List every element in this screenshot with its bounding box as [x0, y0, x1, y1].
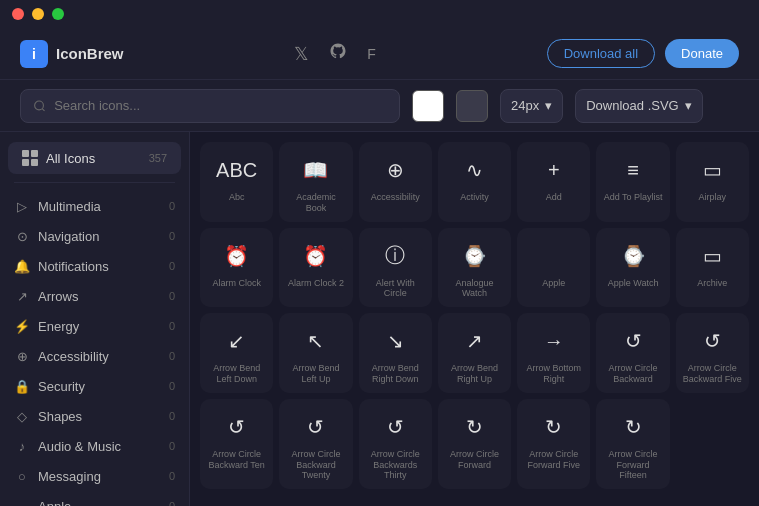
- icon-symbol: ⓘ: [379, 240, 411, 272]
- icons-container: ABC Abc 📖 Academic Book ⊕ Accessibility …: [200, 142, 749, 489]
- chevron-down-icon: ▾: [545, 98, 552, 113]
- icon-label: Arrow Circle Backward Ten: [206, 449, 267, 471]
- icon-symbol: ↺: [300, 411, 332, 443]
- search-icon: [33, 99, 46, 113]
- icon-card-apple[interactable]: Apple: [517, 228, 590, 308]
- icon-card-add[interactable]: + Add: [517, 142, 590, 222]
- format-select[interactable]: Download .SVG ▾: [575, 89, 703, 123]
- icon-label: Arrow Bend Right Up: [444, 363, 505, 385]
- icon-card-arrow-bend-right-down[interactable]: ↘ Arrow Bend Right Down: [359, 313, 432, 393]
- icon-symbol: ↻: [617, 411, 649, 443]
- search-box[interactable]: [20, 89, 400, 123]
- sidebar: All Icons 357 ▷ Multimedia 0 ⊙ Navigatio…: [0, 132, 190, 506]
- sidebar-item-label: Multimedia: [38, 199, 169, 214]
- logo-icon: i: [20, 40, 48, 68]
- icon-label: Arrow Circle Backward: [602, 363, 663, 385]
- color-swatch-white[interactable]: [412, 90, 444, 122]
- icon-label: Alarm Clock: [212, 278, 261, 289]
- icon-card-arrow-circle-backward[interactable]: ↺ Arrow Circle Backward: [596, 313, 669, 393]
- sidebar-item-accessibility[interactable]: ⊕ Accessibility 0: [0, 341, 189, 371]
- icon-label: Arrow Circle Backward Twenty: [285, 449, 346, 481]
- minimize-button[interactable]: [32, 8, 44, 20]
- size-select[interactable]: 24px ▾: [500, 89, 563, 123]
- icon-card-arrow-bottom-right[interactable]: → Arrow Bottom Right: [517, 313, 590, 393]
- sidebar-item-notifications[interactable]: 🔔 Notifications 0: [0, 251, 189, 281]
- icon-card-arrow-circle-backward-five[interactable]: ↺ Arrow Circle Backward Five: [676, 313, 749, 393]
- icon-card-apple-watch[interactable]: ⌚ Apple Watch: [596, 228, 669, 308]
- sidebar-category-icon: ♪: [14, 438, 30, 454]
- icon-card-archive[interactable]: ▭ Archive: [676, 228, 749, 308]
- close-button[interactable]: [12, 8, 24, 20]
- github-icon[interactable]: [329, 42, 347, 65]
- icon-card-abc[interactable]: ABC Abc: [200, 142, 273, 222]
- icon-card-arrow-circle-backward-ten[interactable]: ↺ Arrow Circle Backward Ten: [200, 399, 273, 489]
- icon-card-add-to-playlist[interactable]: ≡ Add To Playlist: [596, 142, 669, 222]
- donate-button[interactable]: Donate: [665, 39, 739, 68]
- sidebar-item-security[interactable]: 🔒 Security 0: [0, 371, 189, 401]
- icon-card-accessibility[interactable]: ⊕ Accessibility: [359, 142, 432, 222]
- icon-card-alarm-clock[interactable]: ⏰ Alarm Clock: [200, 228, 273, 308]
- sidebar-item-label: Apple: [38, 499, 169, 507]
- icon-label: Arrow Bottom Right: [523, 363, 584, 385]
- icon-symbol: ≡: [617, 154, 649, 186]
- icon-card-arrow-circle-backwards-thirty[interactable]: ↺ Arrow Circle Backwards Thirty: [359, 399, 432, 489]
- icon-label: Airplay: [699, 192, 727, 203]
- icon-card-arrow-bend-right-up[interactable]: ↗ Arrow Bend Right Up: [438, 313, 511, 393]
- figma-icon[interactable]: F: [367, 46, 376, 62]
- sidebar-item-apple[interactable]: Apple 0: [0, 491, 189, 506]
- download-all-button[interactable]: Download all: [547, 39, 655, 68]
- sidebar-item-count: 0: [169, 500, 175, 506]
- twitter-icon[interactable]: 𝕏: [294, 43, 309, 65]
- sidebar-item-count: 0: [169, 410, 175, 422]
- maximize-button[interactable]: [52, 8, 64, 20]
- icon-symbol: ▭: [696, 154, 728, 186]
- logo: i IconBrew: [20, 40, 124, 68]
- sidebar-item-arrows[interactable]: ↗ Arrows 0: [0, 281, 189, 311]
- sidebar-item-count: 0: [169, 440, 175, 452]
- icon-card-academic-book[interactable]: 📖 Academic Book: [279, 142, 352, 222]
- icon-label: Apple Watch: [608, 278, 659, 289]
- sidebar-item-shapes[interactable]: ◇ Shapes 0: [0, 401, 189, 431]
- icon-symbol: ↖: [300, 325, 332, 357]
- logo-text: IconBrew: [56, 45, 124, 62]
- icon-symbol: ↗: [458, 325, 490, 357]
- icon-card-airplay[interactable]: ▭ Airplay: [676, 142, 749, 222]
- sidebar-item-audio-&-music[interactable]: ♪ Audio & Music 0: [0, 431, 189, 461]
- sidebar-item-count: 0: [169, 230, 175, 242]
- sidebar-category-icon: ◇: [14, 408, 30, 424]
- icon-symbol: ↺: [617, 325, 649, 357]
- icon-card-arrow-bend-left-up[interactable]: ↖ Arrow Bend Left Up: [279, 313, 352, 393]
- sidebar-item-count: 0: [169, 290, 175, 302]
- sidebar-item-all-icons[interactable]: All Icons 357: [8, 142, 181, 174]
- chevron-down-icon: ▾: [685, 98, 692, 113]
- sidebar-item-count: 0: [169, 470, 175, 482]
- sidebar-item-multimedia[interactable]: ▷ Multimedia 0: [0, 191, 189, 221]
- icon-card-arrow-circle-forward[interactable]: ↻ Arrow Circle Forward: [438, 399, 511, 489]
- icon-symbol: [538, 240, 570, 272]
- search-input[interactable]: [54, 98, 387, 113]
- svg-point-0: [35, 101, 44, 110]
- sidebar-item-energy[interactable]: ⚡ Energy 0: [0, 311, 189, 341]
- sidebar-category-icon: ⊙: [14, 228, 30, 244]
- sidebar-item-messaging[interactable]: ○ Messaging 0: [0, 461, 189, 491]
- sidebar-items: ▷ Multimedia 0 ⊙ Navigation 0 🔔 Notifica…: [0, 191, 189, 506]
- color-swatch-dark[interactable]: [456, 90, 488, 122]
- icon-label: Alert With Circle: [365, 278, 426, 300]
- icon-card-arrow-bend-left-down[interactable]: ↙ Arrow Bend Left Down: [200, 313, 273, 393]
- icon-card-analogue-watch[interactable]: ⌚ Analogue Watch: [438, 228, 511, 308]
- icon-label: Arrow Circle Backward Five: [682, 363, 743, 385]
- icon-card-arrow-circle-forward-fifteen[interactable]: ↻ Arrow Circle Forward Fifteen: [596, 399, 669, 489]
- icon-card-arrow-circle-forward-five[interactable]: ↻ Arrow Circle Forward Five: [517, 399, 590, 489]
- icon-symbol: ⌚: [458, 240, 490, 272]
- sidebar-item-label: Shapes: [38, 409, 169, 424]
- icon-card-activity[interactable]: ∿ Activity: [438, 142, 511, 222]
- sidebar-category-icon: ○: [14, 468, 30, 484]
- icon-label: Accessibility: [371, 192, 420, 203]
- sidebar-category-icon: ⚡: [14, 318, 30, 334]
- sidebar-item-label: Notifications: [38, 259, 169, 274]
- sidebar-item-navigation[interactable]: ⊙ Navigation 0: [0, 221, 189, 251]
- icon-card-arrow-circle-backward-twenty[interactable]: ↺ Arrow Circle Backward Twenty: [279, 399, 352, 489]
- icon-card-alert-with-circle[interactable]: ⓘ Alert With Circle: [359, 228, 432, 308]
- icon-card-alarm-clock-2[interactable]: ⏰ Alarm Clock 2: [279, 228, 352, 308]
- icon-label: Add To Playlist: [604, 192, 663, 203]
